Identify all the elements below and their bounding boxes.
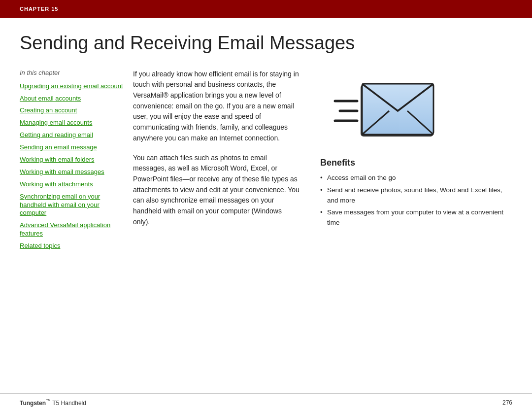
sidebar-heading: In this chapter [20, 69, 123, 76]
paragraph-1: If you already know how efficient email … [133, 69, 300, 144]
benefit-item-0: Access email on the go [320, 173, 512, 183]
link-messages[interactable]: Working with email messages [20, 168, 123, 176]
email-icon-container [330, 69, 438, 148]
right-column: Benefits Access email on the goSend and … [310, 69, 512, 231]
link-creating[interactable]: Creating an account [20, 106, 123, 115]
link-advanced[interactable]: Advanced VersaMail application features [20, 221, 123, 238]
page-title: Sending and Receiving Email Messages [20, 33, 512, 54]
benefits-list: Access email on the goSend and receive p… [320, 173, 512, 229]
link-sending[interactable]: Sending an email message [20, 143, 123, 152]
link-upgrading[interactable]: Upgrading an existing email account [20, 82, 123, 91]
chapter-label: CHAPTER 15 [20, 6, 58, 12]
body-layout: In this chapter Upgrading an existing em… [20, 69, 512, 254]
link-related[interactable]: Related topics [20, 242, 123, 250]
main-content: Sending and Receiving Email Messages In … [0, 18, 532, 264]
benefits-section: Benefits Access email on the goSend and … [320, 158, 512, 231]
benefits-title: Benefits [320, 158, 512, 168]
footer-brand-text: Tungsten™ T5 Handheld [20, 400, 86, 407]
link-folders[interactable]: Working with email folders [20, 156, 123, 164]
footer-brand: Tungsten™ T5 Handheld [20, 398, 86, 407]
link-syncing[interactable]: Synchronizing email on your handheld wit… [20, 193, 123, 218]
link-attachments[interactable]: Working with attachments [20, 180, 123, 189]
benefit-item-1: Send and receive photos, sound files, Wo… [320, 185, 512, 206]
footer-page-number: 276 [502, 399, 512, 406]
link-getting[interactable]: Getting and reading email [20, 131, 123, 139]
paragraph-2: You can attach files such as photos to e… [133, 153, 300, 228]
sidebar: In this chapter Upgrading an existing em… [20, 69, 123, 254]
link-about[interactable]: About email accounts [20, 95, 123, 103]
benefit-item-2: Save messages from your computer to view… [320, 207, 512, 228]
middle-column: If you already know how efficient email … [133, 69, 300, 237]
link-managing[interactable]: Managing email accounts [20, 119, 123, 127]
footer-bar: Tungsten™ T5 Handheld 276 [0, 393, 532, 411]
chapter-bar: CHAPTER 15 [0, 0, 532, 18]
